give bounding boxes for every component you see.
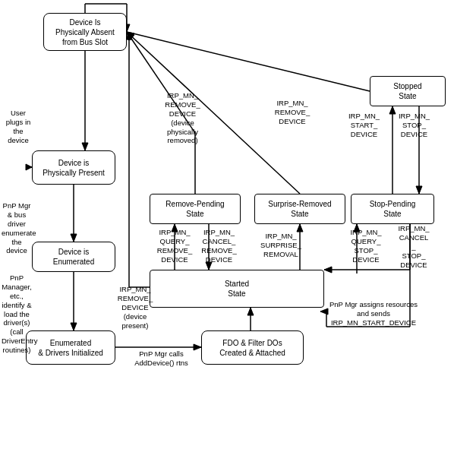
label-pnp-load: PnP Manager, etc., identify & load the d… [2, 274, 32, 355]
box-present: Device is Physically Present [32, 150, 115, 185]
stopped-label: Stopped State [393, 81, 421, 101]
svg-marker-7 [71, 323, 77, 330]
box-started: Started State [150, 270, 324, 308]
svg-marker-3 [26, 164, 32, 170]
box-stopped: Stopped State [370, 76, 446, 106]
fdo-label: FDO & Filter DOs Created & Attached [219, 338, 285, 358]
svg-marker-22 [297, 224, 303, 232]
box-initialized: Enumerated & Drivers Initialized [26, 330, 115, 365]
box-remove-pending: Remove-Pending State [150, 194, 241, 224]
initialized-label: Enumerated & Drivers Initialized [38, 338, 103, 358]
svg-marker-38 [127, 32, 134, 40]
label-irp-query-stop: IRP_MN_ QUERY_ STOP_ DEVICE [344, 228, 388, 264]
absent-label: Device Is Physically Absent from Bus Slo… [55, 17, 115, 47]
label-plug: User plugs in the device [4, 109, 33, 145]
svg-marker-33 [127, 32, 134, 39]
label-pnp-enum: PnP Mgr & bus driver enumerate the devic… [2, 201, 32, 255]
svg-marker-1 [82, 143, 88, 150]
svg-marker-45 [126, 32, 132, 40]
svg-marker-11 [247, 308, 254, 315]
svg-marker-31 [416, 186, 422, 194]
svg-marker-27 [324, 267, 332, 273]
label-irp-start: IRP_MN_ START_ DEVICE [343, 112, 385, 139]
label-irp-remove-device2: IRP_MN_ REMOVE_ DEVICE [266, 99, 319, 126]
label-irp-surprise: IRP_MN_ SURPRISE_ REMOVAL [254, 232, 307, 259]
box-absent: Device Is Physically Absent from Bus Slo… [43, 13, 127, 51]
label-irp-stop: IRP_MN_ STOP_ DEVICE [393, 112, 435, 139]
label-pnp-start: PnP Mgr assigns resources and sends IRP_… [305, 300, 442, 327]
svg-marker-5 [71, 234, 77, 242]
label-irp-cancel-remove: IRP_MN_ CANCEL_ REMOVE_ DEVICE [194, 228, 244, 264]
box-surprise-removed: Surprise-Removed State [254, 194, 345, 224]
label-pnp-adddevice: PnP Mgr calls AddDevice() rtns [121, 349, 201, 368]
box-enumerated: Device is Enumerated [32, 242, 115, 272]
present-label: Device is Physically Present [43, 158, 105, 178]
remove-pending-label: Remove-Pending State [165, 199, 224, 219]
label-irp-remove-physical: IRP_MN_ REMOVE_ DEVICE (device physicall… [158, 91, 207, 145]
box-fdo: FDO & Filter DOs Created & Attached [201, 330, 304, 365]
started-label: Started State [225, 279, 249, 299]
label-irp-remove-present: IRP_MN_ REMOVE_ DEVICE (device present) [112, 285, 158, 330]
surprise-removed-label: Surprise-Removed State [268, 199, 331, 219]
enumerated-label: Device is Enumerated [53, 247, 94, 267]
label-irp-query-remove: IRP_MN_ QUERY_ REMOVE_ DEVICE [152, 228, 197, 264]
stop-pending-label: Stop-Pending State [370, 199, 416, 219]
state-diagram: Device Is Physically Absent from Bus Slo… [0, 0, 476, 449]
label-irp-cancel-stop: IRP_MN_ CANCEL _ STOP_ DEVICE [392, 224, 436, 269]
svg-marker-36 [127, 32, 133, 40]
box-stop-pending: Stop-Pending State [351, 194, 434, 224]
svg-line-32 [127, 32, 370, 91]
